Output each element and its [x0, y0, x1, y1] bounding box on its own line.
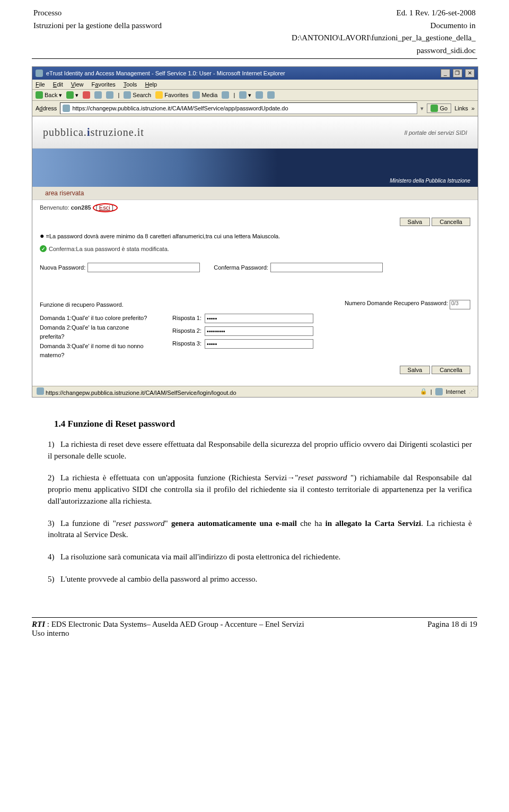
edit-button[interactable] [267, 91, 275, 99]
answer-3-label: Risposta 3: [172, 339, 201, 349]
back-button[interactable]: Back ▾ [36, 91, 62, 99]
minimize-button[interactable]: _ [441, 69, 450, 77]
save-button-top[interactable]: Salva [400, 218, 431, 226]
doc-header: Processo Ed. 1 Rev. 1/26-set-2008 Istruz… [32, 6, 477, 57]
item-5: 5)L'utente provvede al cambio della pass… [48, 574, 472, 585]
save-button-bottom[interactable]: Salva [400, 366, 431, 374]
toolbar: Back ▾ ▾ | Search Favorites Media | ▾ [32, 90, 478, 101]
section-heading: 1.4 Funzione di Reset password [54, 419, 477, 429]
close-button[interactable]: ✕ [465, 69, 475, 77]
answer-2-input[interactable]: ••••••••• [205, 326, 313, 336]
search-icon [124, 91, 131, 99]
refresh-icon [94, 91, 102, 99]
url-text: https://changepw.pubblica.istruzione.it/… [72, 105, 288, 111]
search-button[interactable]: Search [124, 91, 151, 99]
forward-icon [66, 91, 74, 99]
browser-window: eTrust Identity and Access Management - … [32, 66, 478, 398]
stop-button[interactable] [83, 91, 90, 99]
menu-file[interactable]: FFileile [36, 81, 45, 88]
go-icon [431, 105, 438, 112]
ie-icon [36, 70, 43, 77]
history-button[interactable] [222, 91, 229, 99]
footer-page: Pagina 18 di 19 [427, 620, 477, 638]
zone-label: Internet [446, 388, 466, 395]
favorites-button[interactable]: Favorites [155, 91, 188, 99]
page-status-icon [37, 387, 44, 395]
item-2: 2)La richiesta è effettuata con un'appos… [48, 472, 472, 507]
brand-logo: pubblica.istruzione.it [43, 126, 144, 139]
mail-button[interactable]: ▾ [239, 91, 251, 99]
answer-2-label: Risposta 2: [172, 326, 201, 336]
question-2: Domanda 2:Qual'e' la tua canzone preferi… [40, 323, 151, 342]
resize-grip: ⋰ [469, 388, 473, 395]
titlebar: eTrust Identity and Access Management - … [32, 67, 478, 80]
password-fields: Nuova Password: Conferma Password: [40, 263, 470, 272]
numq-label: Numero Domande Recupero Password: [345, 300, 448, 306]
edit-icon [267, 91, 275, 99]
item-1: 1)La richiesta di reset deve essere effe… [48, 439, 472, 462]
media-icon [192, 91, 200, 99]
brand-band: pubblica.istruzione.it Il portale dei se… [32, 116, 478, 149]
footer-rti: RTI [32, 620, 45, 628]
menu-edit[interactable]: Edit [53, 81, 63, 88]
header-left-line2: Istruzioni per la gestione della passwor… [33, 20, 215, 32]
esci-highlight: [ Esci ] [93, 203, 118, 212]
answer-1-label: Risposta 1: [172, 314, 201, 323]
answer-3-input[interactable]: ••••• [205, 339, 313, 349]
brand-tagline: Il portale dei servizi SIDI [404, 129, 467, 136]
address-label: Address [36, 105, 57, 111]
links-chevron[interactable]: » [471, 105, 475, 111]
address-input[interactable]: https://changepw.pubblica.istruzione.it/… [60, 102, 417, 114]
home-icon [106, 91, 113, 99]
answer-1-input[interactable]: ••••• [205, 314, 313, 323]
print-button[interactable] [256, 91, 263, 99]
maximize-button[interactable]: ❐ [453, 69, 462, 77]
header-right-line1: Ed. 1 Rev. 1/26-set-2008 [216, 7, 476, 19]
header-right-line2: Documento in [216, 20, 476, 32]
star-icon [155, 91, 163, 99]
zone-icon [435, 388, 443, 395]
item-3: 3)La funzione di "reset password" genera… [48, 518, 472, 541]
links-label[interactable]: Links [454, 105, 468, 111]
question-3: Domanda 3:Qual'e' il nome di tuo nonno m… [40, 342, 151, 360]
lock-icon: 🔒 [420, 388, 427, 395]
check-icon: ✓ [40, 245, 47, 252]
mail-icon [239, 91, 247, 99]
welcome-user: con285 [71, 204, 91, 211]
welcome-row: Benvenuto: con285 [ Esci ] [32, 200, 478, 215]
window-controls: _ ❐ ✕ [440, 69, 475, 77]
media-button[interactable]: Media [192, 91, 217, 99]
go-button[interactable]: Go [427, 103, 452, 113]
hero-banner: Ministero della Pubblica Istruzione [32, 149, 478, 187]
menu-view[interactable]: View [71, 81, 84, 88]
stop-icon [83, 91, 90, 99]
welcome-label: Benvenuto: [40, 204, 71, 211]
confpw-label: Conferma Password: [214, 264, 268, 271]
status-bar: https://changepw.pubblica.istruzione.it/… [32, 386, 478, 397]
address-bar: Address https://changepw.pubblica.istruz… [32, 101, 478, 116]
password-rule: ● =La password dovrà avere minimo da 8 c… [40, 231, 470, 240]
refresh-button[interactable] [94, 91, 102, 99]
cancel-button-bottom[interactable]: Cancella [432, 366, 470, 374]
confirm-text: Conferma:La sua password è stata modific… [49, 246, 169, 252]
forward-button[interactable]: ▾ [66, 91, 78, 99]
menu-tools[interactable]: Tools [124, 81, 137, 88]
page-icon [63, 105, 70, 112]
footer-internal: Uso interno [32, 629, 69, 637]
home-button[interactable] [106, 91, 113, 99]
menu-favorites[interactable]: Favorites [92, 81, 116, 88]
newpw-input[interactable] [87, 263, 200, 272]
item-4: 4)La risoluzione sarà comunicata via mai… [48, 551, 472, 563]
menu-help[interactable]: Help [145, 81, 157, 88]
confpw-input[interactable] [270, 263, 383, 272]
window-title: eTrust Identity and Access Management - … [46, 70, 285, 76]
header-right-line3: D:\ANTONIO\LAVORI\funzioni_per_la_gestio… [216, 32, 476, 44]
header-left-line1: Processo [33, 7, 215, 19]
status-url: https://changepw.pubblica.istruzione.it/… [46, 390, 236, 396]
newpw-label: Nuova Password: [40, 264, 85, 271]
footer-left-text: : EDS Electronic Data Systems– Auselda A… [45, 620, 304, 628]
cancel-button-top[interactable]: Cancella [432, 218, 470, 226]
confirm-row: ✓ Conferma:La sua password è stata modif… [40, 245, 470, 252]
numq-value[interactable]: 0/3 [450, 300, 470, 309]
esci-link[interactable]: Esci [99, 204, 110, 211]
